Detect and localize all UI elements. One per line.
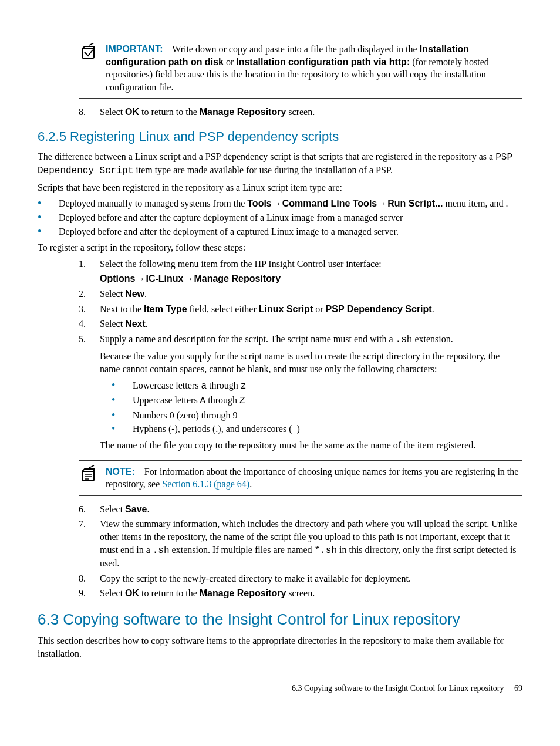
step-3: 3. Next to the Item Type field, select e… <box>79 303 522 316</box>
paragraph: To register a script in the repository, … <box>38 241 522 254</box>
bullet-list: Deployed manually to managed systems fro… <box>38 197 522 238</box>
paragraph: The name of the file you copy to the rep… <box>100 439 522 452</box>
step-number: 8. <box>79 106 89 119</box>
bullet-body: Lowercase letters a through z <box>133 379 246 393</box>
mono-term: *.sh <box>315 545 337 556</box>
step-number: 8. <box>79 572 89 585</box>
step-9: 9. Select OK to return to the Manage Rep… <box>79 587 522 600</box>
note-icon <box>79 465 97 484</box>
manage-repository-label: Manage Repository <box>200 107 286 117</box>
step-number: 9. <box>79 587 89 600</box>
step-5: 5. Supply a name and description for the… <box>79 333 522 455</box>
section-heading-6-3: 6.3 Copying software to the Insight Cont… <box>38 609 522 630</box>
bullet-text: Uppercase letters <box>133 395 200 405</box>
mono-term: A <box>200 396 206 406</box>
step-text: Select <box>100 504 125 514</box>
admonition-body: IMPORTANT: Write down or copy and paste … <box>106 43 522 93</box>
step-text: or <box>313 304 325 314</box>
step-2: 2. Select New. <box>79 288 522 301</box>
step-text: Supply a name and description for the sc… <box>100 334 396 344</box>
arrow-icon: → <box>135 274 146 283</box>
menu-path-item: Manage Repository <box>194 274 281 283</box>
bullet-item: Deployed manually to managed systems fro… <box>38 197 522 210</box>
step-text: screen. <box>286 588 315 598</box>
bullet-item: Hyphens (-), periods (.), and underscore… <box>112 423 522 436</box>
arrow-icon: → <box>377 198 387 208</box>
ok-label: OK <box>125 107 139 117</box>
step-body: Supply a name and description for the sc… <box>100 333 522 455</box>
linux-script-label: Linux Script <box>259 304 313 314</box>
bullet-item: Deployed before and after the deployment… <box>38 225 522 238</box>
bullet-item: Deployed before and after the capture de… <box>38 211 522 224</box>
arrow-icon: → <box>183 274 194 283</box>
step-1: 1. Select the following menu item from t… <box>79 258 522 285</box>
step-text: extension. <box>412 334 453 344</box>
mono-term: z <box>241 381 247 391</box>
step-body: Copy the script to the newly-created dir… <box>100 572 522 585</box>
step-4: 4. Select Next. <box>79 318 522 330</box>
step-number: 6. <box>79 503 89 516</box>
step-number: 5. <box>79 333 89 455</box>
admonition-text: or <box>224 57 236 67</box>
save-label: Save <box>125 504 147 514</box>
menu-path-item: IC-Linux <box>146 274 183 283</box>
steps-list-continued: 6. Select Save. 7. View the summary info… <box>79 503 522 600</box>
step-text: Select <box>100 319 125 329</box>
admonition-text: Write down or copy and paste into a file… <box>172 44 419 54</box>
paragraph: Scripts that have been registered in the… <box>38 181 522 194</box>
page-footer: 6.3 Copying software to the Insight Cont… <box>38 683 522 694</box>
footer-section-title: 6.3 Copying software to the Insight Cont… <box>292 684 504 693</box>
step-body: Select Next. <box>100 318 522 330</box>
menu-path-item: Options <box>100 274 135 283</box>
cross-reference-link[interactable]: Section 6.1.3 (page 64) <box>162 479 249 489</box>
step-text: . <box>147 504 149 514</box>
arrow-icon: → <box>272 198 282 208</box>
bullet-item: Lowercase letters a through z <box>112 379 522 393</box>
admonition-body: NOTE: For information about the importan… <box>106 465 522 491</box>
bold-term: Installation configuration path via http… <box>236 57 410 67</box>
step-number: 4. <box>79 318 89 330</box>
bullet-body: Hyphens (-), periods (.), and underscore… <box>133 423 300 436</box>
bullet-body: Uppercase letters A through Z <box>133 394 245 408</box>
bullet-item: Uppercase letters A through Z <box>112 394 522 408</box>
paragraph: This section describes how to copy softw… <box>38 634 522 660</box>
step-number: 3. <box>79 303 89 316</box>
admonition-important: IMPORTANT: Write down or copy and paste … <box>79 38 522 99</box>
step-text: extension. If multiple files are named <box>170 545 315 555</box>
step-body: Select the following menu item from the … <box>100 258 522 285</box>
step-text: Select <box>100 289 125 299</box>
step-8: 8. Select OK to return to the Manage Rep… <box>79 106 522 119</box>
step-text: to return to the <box>139 107 200 117</box>
bullet-body: Deployed manually to managed systems fro… <box>59 197 508 210</box>
mono-term: .sh <box>396 335 413 345</box>
step-7: 7. View the summary information, which i… <box>79 518 522 569</box>
admonition-label: IMPORTANT: <box>106 44 163 54</box>
step-body: View the summary information, which incl… <box>100 518 522 569</box>
section-heading-6-2-5: 6.2.5 Registering Linux and PSP dependen… <box>38 128 522 146</box>
step-body: Select OK to return to the Manage Reposi… <box>100 587 522 600</box>
step-8b: 8. Copy the script to the newly-created … <box>79 572 522 585</box>
new-label: New <box>125 289 144 299</box>
step-text: to return to the <box>139 588 200 598</box>
psp-dependency-script-label: PSP Dependency Script <box>326 304 432 314</box>
bullet-text: through <box>205 395 239 405</box>
step-text: Next to the <box>100 304 144 314</box>
steps-list-continuation: 8. Select OK to return to the Manage Rep… <box>79 106 522 119</box>
bullet-body: Deployed before and after the deployment… <box>59 225 399 238</box>
bullet-list: Lowercase letters a through z Uppercase … <box>112 379 522 436</box>
next-label: Next <box>125 319 146 329</box>
step-6: 6. Select Save. <box>79 503 522 516</box>
step-number: 1. <box>79 258 89 285</box>
menu-path-item: Run Script... <box>387 198 443 208</box>
step-text: Select the following menu item from the … <box>100 258 522 271</box>
note-text: . <box>249 479 252 489</box>
bullet-text: Deployed manually to managed systems fro… <box>59 198 247 208</box>
step-text: . <box>432 304 434 314</box>
step-text: screen. <box>286 107 315 117</box>
menu-path-item: Tools <box>247 198 271 208</box>
bullet-body: Numbers 0 (zero) through 9 <box>133 409 238 422</box>
step-text: Select <box>100 588 125 598</box>
paragraph-text: item type are made available for use dur… <box>133 165 393 175</box>
item-type-label: Item Type <box>144 304 187 314</box>
paragraph: The difference between a Linux script an… <box>38 150 522 178</box>
